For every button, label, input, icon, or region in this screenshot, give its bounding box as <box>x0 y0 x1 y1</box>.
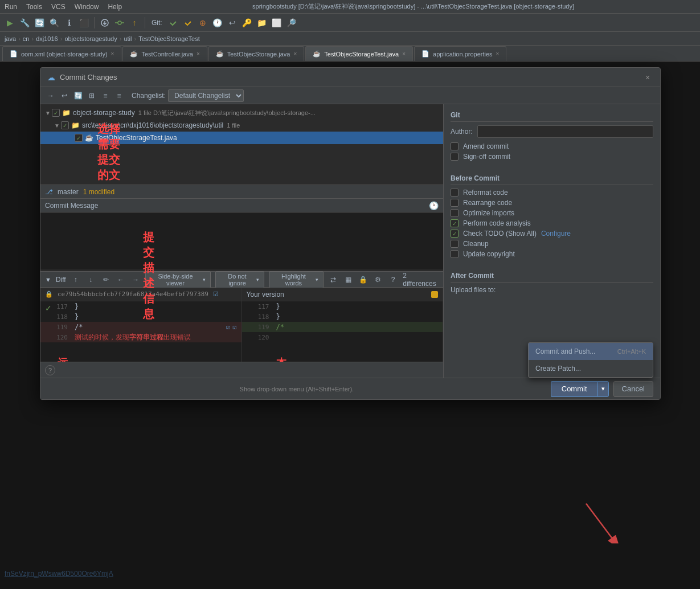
breadcrumb-dxj1016[interactable]: dxj1016 <box>36 35 58 42</box>
check-todo-checkbox[interactable]: ✓ <box>451 230 459 238</box>
annotation-remote-code: 远程仓库代码 <box>58 356 68 362</box>
update-copyright-checkbox[interactable] <box>451 250 459 258</box>
annotation-local-code: 本地代码 <box>276 356 286 362</box>
optimize-imports-checkbox[interactable] <box>451 209 459 217</box>
debug-icon[interactable]: 🔧 <box>18 17 31 29</box>
author-input[interactable] <box>477 125 653 138</box>
diff-toggle-icon[interactable]: ▼ <box>45 276 51 283</box>
tab-application[interactable]: 📄 application.properties × <box>414 46 506 61</box>
commit-and-push-item[interactable]: Commit and Push... Ctrl+Alt+K <box>529 343 653 360</box>
tree-label-project: object-storage-study <box>73 109 135 117</box>
diff-columns-icon[interactable]: ▦ <box>343 274 353 285</box>
reformat-code-checkbox[interactable] <box>451 189 459 197</box>
dialog-toolbar-expand-icon[interactable]: → <box>45 90 56 101</box>
changelist-select[interactable]: Default Changelist <box>168 89 244 102</box>
git-stash-icon[interactable]: ⬜ <box>271 17 283 29</box>
dialog-toolbar-sort2-icon[interactable]: ≡ <box>113 90 125 101</box>
tree-row-util[interactable]: ▼ ✓ 📁 src\test\java\cn\dxj1016\objectsto… <box>40 119 443 132</box>
diff-hash: ce79b54bbbcbfcb7f29fa6817a4e4befbf797389 <box>58 291 208 298</box>
dialog-toolbar-group-icon[interactable]: ⊞ <box>86 90 97 101</box>
tree-row-project[interactable]: ▼ ✓ 📁 object-storage-study 1 file D:\笔记\… <box>40 107 443 119</box>
diff-nav-down[interactable]: ↓ <box>85 274 96 285</box>
git-merge-icon[interactable]: ⊕ <box>197 17 209 29</box>
git-section: Git Author: Amend commit Sign-off commit <box>451 111 653 163</box>
diff-ignore-select[interactable]: Do not ignore ▾ <box>215 271 265 288</box>
breadcrumb-objectstoragestudy[interactable]: objectstoragestudy <box>64 35 117 42</box>
git-update-icon[interactable] <box>99 17 111 29</box>
tree-check-util[interactable]: ✓ <box>61 121 69 129</box>
branch-name: master <box>58 188 79 196</box>
menu-vcs[interactable]: VCS <box>51 3 66 11</box>
git-settings-icon[interactable]: 🔑 <box>241 17 253 29</box>
profile-icon[interactable]: 🔍 <box>48 17 60 29</box>
tab-testobjecstorage[interactable]: ☕ TestObjecStorage.java × <box>208 46 305 61</box>
breadcrumb-util[interactable]: util <box>124 35 132 42</box>
tree-toggle-project[interactable]: ▼ <box>45 110 52 116</box>
diff-settings-icon[interactable]: ⚙ <box>373 274 383 285</box>
tree-check-file[interactable]: ✓ <box>75 134 83 142</box>
stop-icon[interactable]: ⬛ <box>77 17 90 29</box>
cancel-button[interactable]: Cancel <box>613 381 653 397</box>
git-check-icon[interactable] <box>167 17 179 29</box>
menu-run[interactable]: Run <box>5 3 17 11</box>
git-search-icon[interactable]: 🔎 <box>285 17 298 29</box>
tab-testcontroller-close[interactable]: × <box>197 51 200 57</box>
signoff-commit-checkbox[interactable] <box>451 153 459 161</box>
tab-testcontroller[interactable]: ☕ TestController.java × <box>122 46 207 61</box>
rearrange-code-checkbox[interactable] <box>451 199 459 207</box>
menu-window[interactable]: Window <box>75 3 99 11</box>
create-patch-item[interactable]: Create Patch... <box>529 360 653 377</box>
breadcrumb-testobjectfile[interactable]: TestObjecStorageTest <box>138 35 200 42</box>
diff-edit-icon[interactable]: ✏ <box>100 274 110 285</box>
diff-viewer-select[interactable]: Side-by-side viewer ▾ <box>145 271 210 288</box>
git-fetch-icon[interactable]: 📁 <box>256 17 268 29</box>
commit-button[interactable]: Commit <box>551 381 597 397</box>
git-commit-icon[interactable] <box>113 17 126 29</box>
tab-testobjec-active[interactable]: ☕ TestObjecStorageTest.java × <box>305 46 413 61</box>
git-history-icon[interactable]: 🕐 <box>211 17 224 29</box>
check-todo-row: ✓ Check TODO (Show All) Configure <box>451 230 653 238</box>
breadcrumb-cn[interactable]: cn <box>23 35 30 42</box>
diff-back-icon[interactable]: ← <box>116 274 126 285</box>
git-revert-icon[interactable]: ↩ <box>226 17 239 29</box>
diff-help-icon[interactable]: ? <box>388 274 398 285</box>
tab-testobjecstorage-close[interactable]: × <box>293 51 297 57</box>
tree-toggle-util[interactable]: ▼ <box>54 122 61 129</box>
amend-commit-checkbox[interactable] <box>451 142 459 150</box>
tab-oom[interactable]: 📄 oom.xml (object-storage-study) × <box>2 46 121 61</box>
tab-oom-close[interactable]: × <box>111 51 114 57</box>
coverage-icon[interactable]: 🔄 <box>33 17 46 29</box>
tree-check-project[interactable]: ✓ <box>52 109 60 117</box>
tab-application-close[interactable]: × <box>496 51 500 57</box>
tree-row-file[interactable]: ✓ ☕ TestObjecStorageTest.java <box>40 132 443 144</box>
dialog-toolbar-sort1-icon[interactable]: ≡ <box>100 90 111 101</box>
dialog-footer: Show drop-down menu (Alt+Shift+Enter). C… <box>40 378 660 399</box>
breadcrumb-java[interactable]: java <box>5 35 16 42</box>
diff-highlight-select[interactable]: Highlight words ▾ <box>269 271 323 288</box>
diff-sync-icon[interactable]: ⇄ <box>328 274 338 285</box>
dialog-close-button[interactable]: × <box>642 72 653 83</box>
menu-tools[interactable]: Tools <box>26 3 42 11</box>
dialog-toolbar-refresh-icon[interactable]: 🔄 <box>72 90 84 101</box>
help-icon[interactable]: ? <box>45 365 55 375</box>
update-copyright-row: Update copyright <box>451 250 653 258</box>
menu-help[interactable]: Help <box>108 3 122 11</box>
commit-message-input[interactable] <box>40 212 443 269</box>
cleanup-checkbox[interactable] <box>451 240 459 248</box>
commit-and-push-shortcut: Ctrl+Alt+K <box>617 348 646 355</box>
info-icon[interactable]: ℹ <box>63 17 75 29</box>
git-label: Git: <box>152 19 162 27</box>
update-copyright-label: Update copyright <box>463 250 515 258</box>
tab-testcontroller-label: TestController.java <box>141 51 193 58</box>
configure-link[interactable]: Configure <box>541 230 571 238</box>
diff-forward-icon[interactable]: → <box>130 274 141 285</box>
git-tick-icon[interactable] <box>182 17 194 29</box>
tab-testobjec-active-close[interactable]: × <box>402 51 406 57</box>
run-button[interactable]: ▶ <box>3 17 16 29</box>
perform-analysis-checkbox[interactable]: ✓ <box>451 219 459 227</box>
diff-nav-up[interactable]: ↑ <box>71 274 81 285</box>
git-push-icon[interactable]: ↑ <box>128 17 141 29</box>
dialog-toolbar-undo-icon[interactable]: ↩ <box>59 90 70 101</box>
commit-dropdown-arrow[interactable]: ▾ <box>597 381 609 397</box>
diff-lock-icon[interactable]: 🔒 <box>358 274 368 285</box>
